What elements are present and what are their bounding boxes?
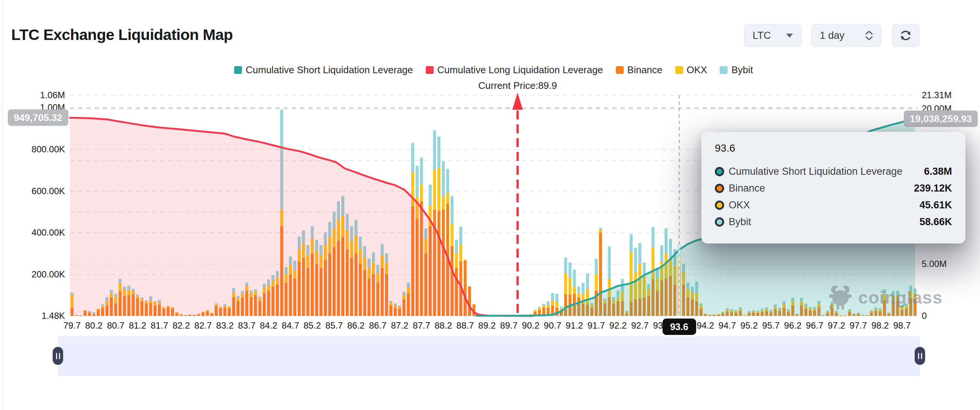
y-axis-right-tick: 5.00M [922, 258, 978, 270]
y-axis-left-tick: 400.00K [0, 227, 65, 238]
y-axis-left-tick: 1.48K [0, 310, 65, 321]
tooltip-title: 93.6 [715, 142, 952, 154]
tooltip-row: Binance239.12K [715, 180, 952, 197]
watermark: coinglass [826, 283, 943, 311]
y-axis-left-tick: 200.00K [0, 269, 65, 280]
y-axis-left-tick: 800.00K [0, 144, 65, 155]
long-line-value-badge: 949,705.32 [8, 110, 68, 126]
watermark-text: coinglass [858, 287, 943, 308]
tooltip-row: Bybit58.66K [715, 214, 952, 230]
hovered-x-badge: 93.6 [663, 318, 696, 335]
chart-tooltip: 93.6 Cumulative Short Liquidation Levera… [702, 132, 966, 243]
short-line-value-badge: 19,038,259.93 [904, 111, 978, 127]
tooltip-row: Cumulative Short Liquidation Leverage6.3… [715, 163, 952, 180]
y-axis-left-tick: 1.06M [0, 90, 65, 101]
y-axis-right-tick: 21.31M [922, 90, 978, 101]
x-axis-tick: 98.7 [883, 320, 921, 331]
y-axis-right-tick: 0 [922, 310, 978, 321]
brush-track[interactable] [58, 337, 920, 376]
y-axis-left-tick: 600.00K [0, 186, 65, 197]
tooltip-rows: Cumulative Short Liquidation Leverage6.3… [715, 163, 952, 230]
brush-handle-right[interactable] [915, 347, 925, 365]
tooltip-row: OKX45.61K [715, 197, 952, 214]
brush-handle-left[interactable] [52, 347, 63, 365]
bull-logo-icon [826, 283, 854, 311]
